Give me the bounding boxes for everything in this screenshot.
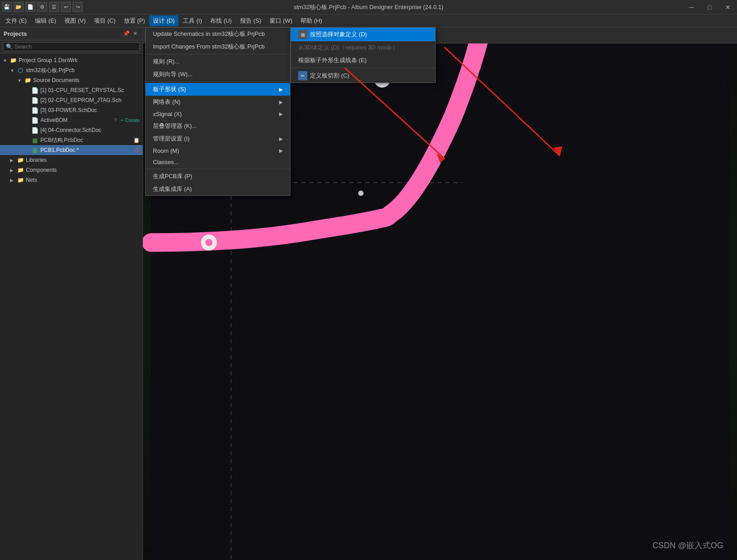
window-controls: ─ □ ✕ <box>683 0 737 15</box>
dd-layer-mgr[interactable]: 层叠管理器 (K)... <box>146 120 290 132</box>
dd-rules[interactable]: 规则 (R)... <box>146 55 290 68</box>
sub-define-from-sel[interactable]: ▦ 按照选择对象定义 (D) <box>291 28 435 41</box>
redo-icon[interactable]: ↪ <box>73 2 83 12</box>
undo-icon[interactable]: ↩ <box>61 2 71 12</box>
tree-item-cpu-reset[interactable]: 📄 [1] 01-CPU_RESET_CRYSTAL.Sc <box>0 85 142 95</box>
close-button[interactable]: ✕ <box>719 0 737 15</box>
search-icon: 🔍 <box>6 44 13 50</box>
settings-icon[interactable]: ⚙ <box>37 2 47 12</box>
define-split-icon: ✂ <box>298 71 307 80</box>
new-icon[interactable]: 📄 <box>25 2 35 12</box>
connector-label: [4] 04-Connector.SchDoc <box>40 127 140 133</box>
dd-netlist-label: 网络表 (N) <box>153 98 181 106</box>
project-group-label: Project Group 1.DsnWrk <box>19 57 140 63</box>
tree-item-active-bom[interactable]: 📄 ActiveBOM ? + Create <box>0 115 142 125</box>
dd-rules-label: 规则 (R)... <box>153 58 180 66</box>
menu-report[interactable]: 报告 (S) <box>236 15 265 26</box>
bom-create-link[interactable]: + Create <box>121 117 140 123</box>
dd-netlist[interactable]: 网络表 (N) ▶ <box>146 96 290 108</box>
dd-layer-set[interactable]: 管理层设置 (I) ▶ <box>146 132 290 145</box>
menu-help[interactable]: 帮助 (H) <box>297 15 326 26</box>
tree-item-nets[interactable]: ▶ 📁 Nets <box>0 175 142 185</box>
project-group-icon: 📁 <box>9 57 17 64</box>
menu-file[interactable]: 文件 (E) <box>2 15 30 26</box>
tree-arrow: ▼ <box>3 58 9 63</box>
libraries-icon: 📁 <box>16 156 25 164</box>
minimize-button[interactable]: ─ <box>683 0 701 15</box>
sub-sep-1 <box>291 68 435 68</box>
connector-icon: 📄 <box>31 127 39 134</box>
stm32-proj-icon: ⬡ <box>16 67 25 74</box>
menu-place[interactable]: 放置 (P) <box>120 15 149 26</box>
dd-board-shape[interactable]: 板子形状 (S) ▶ <box>146 83 290 96</box>
dd-rules-wiz[interactable]: 规则向导 (W)... <box>146 68 290 81</box>
dd-make-pcb-lib-label: 生成PCB库 (P) <box>153 172 192 180</box>
tree-arrow-comps: ▶ <box>10 168 16 173</box>
dd-make-pcb-lib[interactable]: 生成PCB库 (P) <box>146 170 290 183</box>
dd-make-int-lib-label: 生成集成库 (A) <box>153 185 192 193</box>
sub-define-split[interactable]: ✂ 定义板切割 (C) <box>291 69 435 83</box>
tree-item-power[interactable]: 📄 [3] 03-POWER.SchDoc <box>0 105 142 115</box>
menu-design[interactable]: 设计 (D) <box>149 15 178 26</box>
dd-update-sch-label: Update Schematics in stm32核心板.PrjPcb <box>153 30 265 38</box>
menu-tools[interactable]: 工具 (I) <box>179 15 206 26</box>
svg-point-9 <box>358 190 364 196</box>
dd-update-sch[interactable]: Update Schematics in stm32核心板.PrjPcb <box>146 28 290 40</box>
tree-item-pcb-struct[interactable]: ▦ PCB结构.PcbDoc 📋 <box>0 135 142 145</box>
define-from-sel-icon: ▦ <box>298 30 307 39</box>
menu-edit[interactable]: 编辑 (E) <box>31 15 60 26</box>
panel-controls: 📌 ✕ <box>123 30 139 37</box>
tree-item-components[interactable]: ▶ 📁 Components <box>0 165 142 175</box>
power-label: [3] 03-POWER.SchDoc <box>40 107 140 113</box>
dd-xsignal[interactable]: xSignal (X) ▶ <box>146 108 290 120</box>
dd-sep-3 <box>146 169 290 169</box>
dd-netlist-arrow: ▶ <box>279 99 283 105</box>
tree-item-pcb1[interactable]: ▦ PCB1.PcbDoc * ⚠ <box>0 145 142 155</box>
watermark-text: CSDN @嵌入式OG <box>653 541 723 550</box>
nets-label: Nets <box>26 177 140 183</box>
menu-route[interactable]: 布线 (U) <box>206 15 236 26</box>
sch-icon-2: 📄 <box>31 97 39 104</box>
dd-layer-mgr-label: 层叠管理器 (K)... <box>153 122 197 130</box>
pcb1-label: PCB1.PcbDoc * <box>40 147 132 153</box>
menu-window[interactable]: 窗口 (W) <box>266 15 296 26</box>
define-from-3d-label: 从3D体定义 (D)（requires 3D mode） <box>298 44 398 52</box>
define-from-sel-label: 按照选择对象定义 (D) <box>310 30 367 39</box>
maximize-button[interactable]: □ <box>701 0 719 15</box>
tree-arrow: ▼ <box>17 78 24 83</box>
dd-board-shape-arrow: ▶ <box>279 87 283 93</box>
save-icon[interactable]: 💾 <box>2 2 12 12</box>
menu-view[interactable]: 视图 (V) <box>61 15 89 26</box>
dd-import-changes[interactable]: Import Changes From stm32核心板.PrjPcb <box>146 40 290 53</box>
tree-item-source-docs[interactable]: ▼ 📁 Source Documents <box>0 75 142 85</box>
dd-layer-set-arrow: ▶ <box>279 136 283 142</box>
bom-icon: 📄 <box>31 117 39 124</box>
dd-classes[interactable]: Classes... <box>146 156 290 168</box>
sub-define-from-3d[interactable]: 从3D体定义 (D)（requires 3D mode） <box>291 41 435 54</box>
bom-label: ActiveBOM <box>40 117 112 123</box>
tree-item-stm32-proj[interactable]: ▼ ⬡ stm32核心板.PrjPcb <box>0 65 142 75</box>
menu-project[interactable]: 项目 (C) <box>90 15 119 26</box>
panel-pin-icon[interactable]: 📌 <box>123 30 130 37</box>
power-icon: 📄 <box>31 107 39 114</box>
dd-room[interactable]: Room (M) ▶ <box>146 145 290 156</box>
watermark: CSDN @嵌入式OG <box>653 540 723 551</box>
panel-title: Projects <box>4 30 27 37</box>
pref-icon[interactable]: ☰ <box>49 2 59 12</box>
tree-item-project-group[interactable]: ▼ 📁 Project Group 1.DsnWrk <box>0 55 142 65</box>
sub-gen-outline[interactable]: 根据板子外形生成线条 (E) <box>291 54 435 67</box>
search-input[interactable] <box>15 44 137 50</box>
tree-item-connector[interactable]: 📄 [4] 04-Connector.SchDoc <box>0 125 142 135</box>
pcb1-warn-icon: ⚠ <box>134 146 140 154</box>
sch-icon: 📄 <box>31 87 39 94</box>
pcb1-icon: ▦ <box>31 146 39 154</box>
svg-point-6 <box>206 239 213 246</box>
tree-arrow-libs: ▶ <box>10 158 16 163</box>
dd-xsignal-label: xSignal (X) <box>153 111 182 117</box>
panel-close-icon[interactable]: ✕ <box>132 30 139 37</box>
tree-item-cpu-eeprom[interactable]: 📄 [2] 02-CPU_EEPROM_JTAG.Sch <box>0 95 142 105</box>
tree-item-libraries[interactable]: ▶ 📁 Libraries <box>0 155 142 165</box>
open-icon[interactable]: 📂 <box>14 2 24 12</box>
board-shape-submenu: ▦ 按照选择对象定义 (D) 从3D体定义 (D)（requires 3D mo… <box>290 27 436 83</box>
dd-make-int-lib[interactable]: 生成集成库 (A) <box>146 183 290 195</box>
